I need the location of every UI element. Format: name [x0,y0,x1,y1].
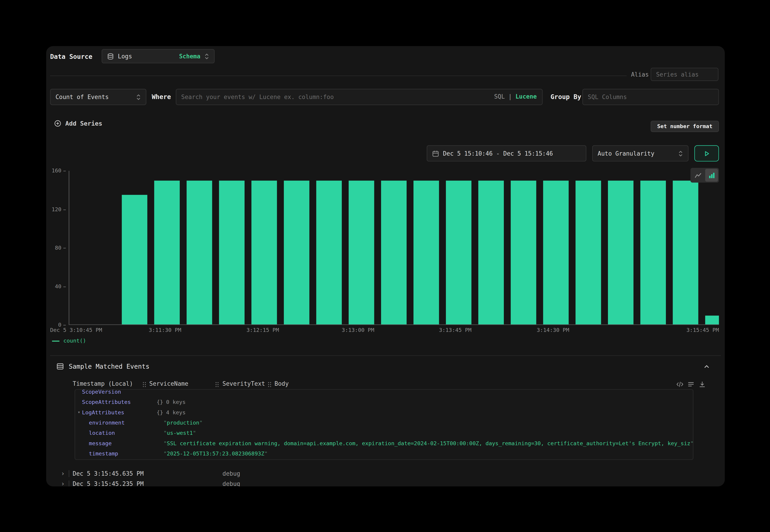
chart-builder-panel: Data Source Logs Schema Alias [46,46,725,486]
bar-chart [69,171,719,325]
run-query-button[interactable] [694,145,719,162]
group-by-label: Group By [551,93,581,101]
chevron-updown-icon [204,53,209,60]
y-tick-label: 120 [52,206,61,212]
column-severitytext[interactable]: SeverityText [222,380,265,387]
data-source-select[interactable]: Logs Schema [102,49,214,63]
legend-label: count() [63,338,86,345]
database-icon [107,53,114,60]
column-timestamp[interactable]: Timestamp (Local) [73,380,133,387]
braces-icon: {} [157,407,163,418]
expand-triangle-icon[interactable]: ▾ [77,407,80,418]
schema-link[interactable]: Schema [179,53,200,60]
event-timestamp: Dec 5 3:15:45.635 PM [73,469,144,478]
chart-bar [576,180,601,324]
download-icon[interactable] [699,381,706,388]
events-table-header: Timestamp (Local) ServiceName SeverityTe… [46,380,725,389]
lucene-mode-button[interactable]: Lucene [516,93,537,100]
y-tick [63,325,66,325]
y-tick-label: 80 [55,245,61,251]
code-view-icon[interactable] [676,381,683,388]
chart-bar [608,180,633,324]
drag-handle-icon[interactable] [142,381,146,388]
search-input[interactable] [176,89,543,105]
y-tick [63,171,66,171]
x-tick-label: 3:13:00 PM [342,327,374,333]
event-detail-panel: ScopeVersion ScopeAttributes {} 0 keys ▾… [75,389,693,460]
chart-bar [641,180,666,324]
time-range-value: Dec 5 15:10:46 - Dec 5 15:15:46 [443,150,553,157]
table-icon [56,363,64,370]
x-tick-label: 3:15:45 PM [686,327,719,333]
data-source-label: Data Source [50,53,92,61]
group-by-input[interactable] [583,89,719,105]
json-tree-row[interactable]: ▾ LogAttributes {} 4 keys [75,407,693,418]
divider [50,76,627,76]
row-expand-chevron-icon[interactable]: › [61,469,65,478]
bar-chart-icon[interactable] [705,169,718,181]
chart-bar [219,180,244,324]
drag-handle-icon[interactable] [215,381,219,388]
row-expand-chevron-icon[interactable]: › [61,479,65,486]
y-tick-label: 160 [52,168,61,174]
json-tree-row[interactable]: environment production [75,418,693,428]
sql-mode-button[interactable]: SQL [494,93,505,100]
calendar-icon [432,150,439,157]
where-label: Where [152,93,171,101]
json-value: production [164,418,203,428]
granularity-select[interactable]: Auto Granularity [592,145,688,162]
json-tree-row[interactable]: ScopeVersion [75,389,693,397]
set-number-format-button[interactable]: Set number format [651,121,719,132]
json-tree-row[interactable]: timestamp 2025-12-05T13:57:23.082306893Z [75,449,693,459]
x-tick-label: 3:12:15 PM [246,327,279,333]
json-tree-row[interactable]: location us-west1 [75,428,693,438]
y-axis: 160 120 80 40 0 [46,171,66,325]
column-servicename[interactable]: ServiceName [149,380,188,387]
chart-bar [316,180,341,324]
y-tick-label: 40 [55,283,61,290]
chevron-updown-icon [678,150,683,157]
chevron-updown-icon [136,94,141,100]
event-row[interactable]: › Dec 5 3:15:45.635 PM debug [46,469,725,478]
json-tree-row[interactable]: message SSL certificate expiration warni… [75,438,693,449]
chart-bar [673,180,698,324]
sample-events-title: Sample Matched Events [69,363,149,370]
add-series-label: Add Series [65,120,102,127]
chart-bar [479,180,504,324]
collapse-section-button[interactable] [703,363,710,370]
chart-bar [251,180,277,324]
time-range-picker[interactable]: Dec 5 15:10:46 - Dec 5 15:15:46 [427,145,586,162]
json-tree-row[interactable]: ScopeAttributes {} 0 keys [75,397,693,407]
aggregate-value: Count of Events [55,94,109,100]
chart-bar [284,180,309,324]
y-tick [63,248,66,248]
screen-background: Data Source Logs Schema Alias [0,0,770,532]
play-icon [703,150,710,157]
x-axis: Dec 5 3:10:45 PM 3:11:30 PM 3:12:15 PM 3… [50,327,719,335]
json-value: us-west1 [164,428,196,438]
legend-swatch [52,341,59,342]
chart-legend[interactable]: count() [52,338,86,345]
language-separator: | [509,93,512,100]
chart-type-toggle [690,168,719,183]
column-body[interactable]: Body [274,380,289,387]
event-severity: debug [222,479,240,486]
braces-icon: {} [157,397,163,407]
chart-bar [511,180,536,324]
alias-input[interactable] [651,68,718,81]
key-count: 4 keys [166,407,186,418]
json-key: location [89,428,163,438]
search-wrap: SQL | Lucene [176,89,543,105]
plus-circle-icon [54,120,61,127]
event-severity: debug [222,469,240,478]
line-chart-icon[interactable] [691,169,704,181]
row-density-icon[interactable] [688,381,694,388]
row-divider [69,470,69,477]
event-timestamp: Dec 5 3:15:45.235 PM [73,479,144,486]
drag-handle-icon[interactable] [268,381,271,388]
add-series-button[interactable]: Add Series [54,120,102,127]
aggregate-select[interactable]: Count of Events [50,89,146,105]
event-row[interactable]: › Dec 5 3:15:45.235 PM debug [46,479,725,486]
x-tick-label: 3:11:30 PM [149,327,181,333]
set-number-format-label: Set number format [657,123,712,129]
